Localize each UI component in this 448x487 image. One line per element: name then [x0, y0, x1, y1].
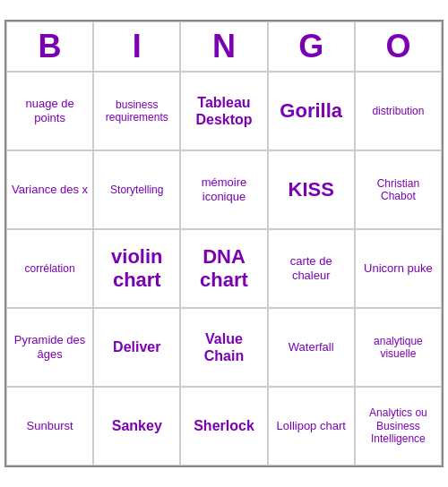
bingo-cell: business requirements	[93, 72, 180, 150]
bingo-cell: violin chart	[93, 229, 180, 308]
bingo-cell: Pyramide des âges	[6, 308, 93, 387]
header-letter: O	[355, 21, 442, 72]
bingo-cell: distribution	[355, 72, 442, 150]
bingo-cell: mémoire iconique	[180, 150, 267, 229]
bingo-cell: nuage de points	[6, 72, 93, 150]
bingo-card: BINGO nuage de pointsbusiness requiremen…	[4, 20, 444, 467]
header-letter: B	[6, 21, 93, 72]
bingo-cell: analytique visuelle	[355, 308, 442, 387]
bingo-cell: Variance des x	[6, 150, 93, 229]
bingo-cell: Tableau Desktop	[180, 72, 267, 150]
bingo-cell: Sankey	[93, 387, 180, 466]
bingo-cell: Value Chain	[180, 308, 267, 387]
bingo-cell: carte de chaleur	[268, 229, 355, 308]
header-letter: G	[268, 21, 355, 72]
bingo-cell: Unicorn puke	[355, 229, 442, 308]
bingo-cell: Sunburst	[6, 387, 93, 466]
header-letter: N	[180, 21, 267, 72]
header-letter: I	[93, 21, 180, 72]
bingo-cell: Sherlock	[180, 387, 267, 466]
bingo-cell: Waterfall	[268, 308, 355, 387]
bingo-cell: KISS	[268, 150, 355, 229]
bingo-cell: Christian Chabot	[355, 150, 442, 229]
bingo-cell: Analytics ou Business Intelligence	[355, 387, 442, 466]
bingo-grid: nuage de pointsbusiness requirementsTabl…	[6, 72, 442, 466]
bingo-cell: Gorilla	[268, 72, 355, 150]
bingo-cell: Lollipop chart	[268, 387, 355, 466]
bingo-cell: Deliver	[93, 308, 180, 387]
bingo-cell: corrélation	[6, 229, 93, 308]
bingo-cell: DNA chart	[180, 229, 267, 308]
bingo-header: BINGO	[6, 21, 442, 72]
bingo-cell: Storytelling	[93, 150, 180, 229]
